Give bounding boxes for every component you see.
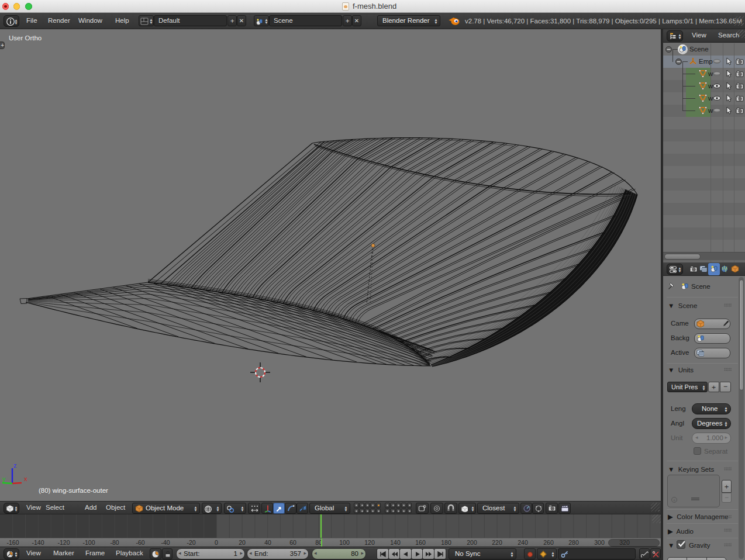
svg-text:z: z	[13, 462, 17, 469]
svg-text:x: x	[24, 475, 27, 482]
svg-text:y: y	[2, 475, 6, 482]
